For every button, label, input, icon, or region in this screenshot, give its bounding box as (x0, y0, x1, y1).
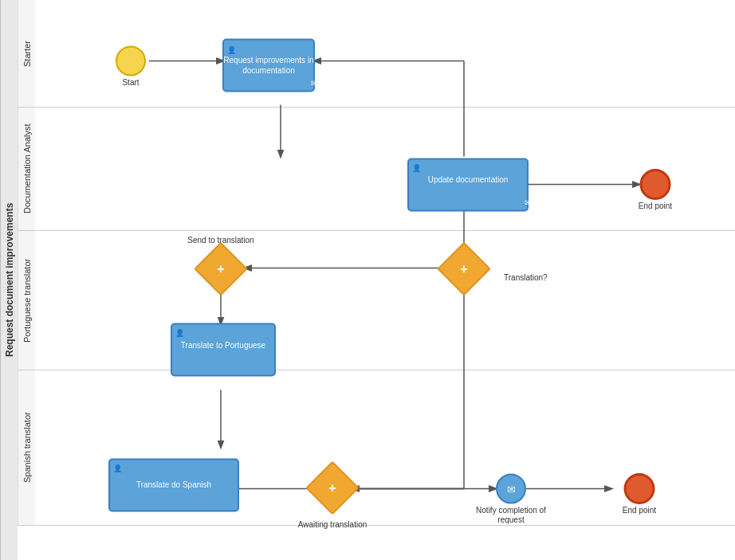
diagram-wrapper: Request document improvements Starter Do… (0, 0, 735, 560)
pool-label: Request document improvements (0, 0, 18, 560)
lane-label-spanish: Spanish translator (18, 370, 35, 525)
lane-label-starter: Starter (18, 0, 35, 107)
lane-starter: Starter (18, 0, 735, 108)
lane-doc-analyst: Documentation Analyst (18, 108, 735, 231)
lane-content-port (35, 231, 735, 370)
lane-port-translator: Portuguese translator (18, 231, 735, 370)
lane-content-doc (35, 108, 735, 230)
lane-content-spanish (35, 370, 735, 525)
lane-label-port: Portuguese translator (18, 231, 35, 370)
lanes-container: Starter Documentation Analyst Portuguese… (18, 0, 735, 560)
lane-content-starter (35, 0, 735, 107)
lane-spanish-translator: Spanish translator (18, 370, 735, 526)
lane-label-doc: Documentation Analyst (18, 108, 35, 230)
